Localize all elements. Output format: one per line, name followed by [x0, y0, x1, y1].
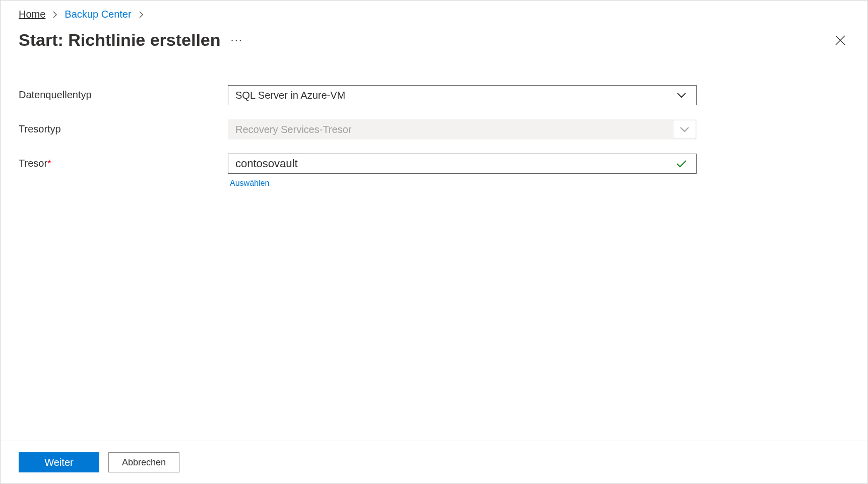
vault-label: Tresor*: [19, 154, 228, 169]
chevron-right-icon: [139, 11, 144, 18]
select-vault-link[interactable]: Auswählen: [230, 179, 697, 188]
breadcrumb-home[interactable]: Home: [19, 9, 45, 20]
vault-type-label: Tresortyp: [19, 119, 228, 135]
datasource-type-row: Datenquellentyp SQL Server in Azure-VM: [19, 85, 849, 105]
vault-input[interactable]: contosovault: [228, 154, 697, 174]
chevron-down-icon: [674, 92, 689, 98]
cancel-button[interactable]: Abbrechen: [108, 452, 179, 472]
continue-button[interactable]: Weiter: [19, 452, 99, 472]
vault-type-row: Tresortyp Recovery Services-Tresor: [19, 119, 849, 140]
breadcrumb-backup-center[interactable]: Backup Center: [65, 9, 131, 20]
required-indicator: *: [47, 158, 51, 169]
page-title: Start: Richtlinie erstellen: [19, 30, 221, 50]
vault-type-select: Recovery Services-Tresor: [228, 119, 697, 140]
close-icon[interactable]: [831, 31, 849, 49]
chevron-down-icon: [673, 120, 696, 139]
checkmark-icon: [674, 160, 689, 168]
datasource-type-select[interactable]: SQL Server in Azure-VM: [228, 85, 697, 105]
more-actions-icon[interactable]: ···: [231, 34, 243, 47]
vault-value: contosovault: [235, 157, 674, 170]
datasource-type-label: Datenquellentyp: [19, 85, 228, 101]
page-header: Start: Richtlinie erstellen ···: [19, 30, 849, 50]
footer: Weiter Abbrechen: [1, 441, 867, 483]
vault-row: Tresor* contosovault Auswählen: [19, 154, 849, 188]
datasource-type-value: SQL Server in Azure-VM: [235, 90, 674, 101]
breadcrumb: Home Backup Center: [19, 9, 849, 20]
chevron-right-icon: [52, 11, 57, 18]
vault-type-value: Recovery Services-Tresor: [235, 124, 673, 135]
